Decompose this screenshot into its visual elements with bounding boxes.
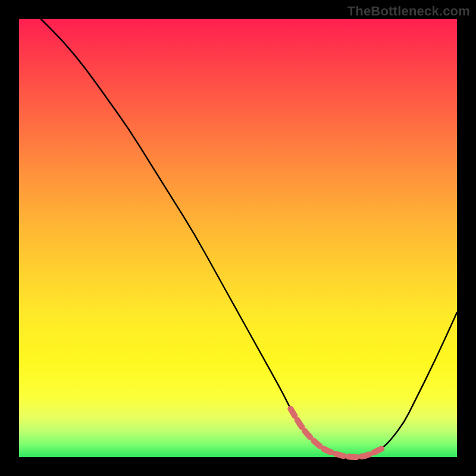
bottleneck-curve: [41, 19, 457, 457]
chart-svg: [19, 19, 457, 457]
optimal-range-highlight: [290, 409, 383, 457]
chart-container: TheBottleneck.com: [0, 0, 476, 476]
plot-area: [19, 19, 457, 457]
watermark-text: TheBottleneck.com: [347, 4, 470, 19]
